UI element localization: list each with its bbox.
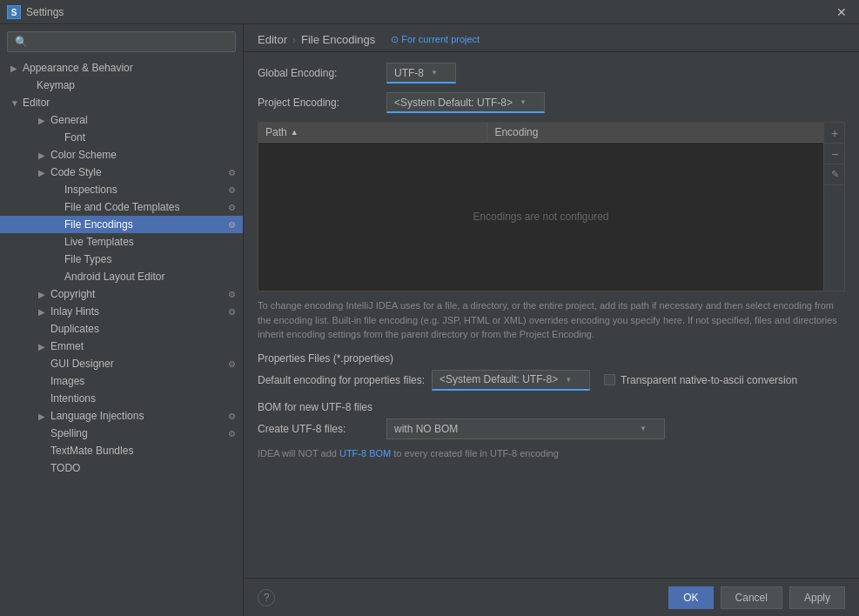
sidebar-item-gui-designer[interactable]: GUI Designer ⚙ <box>0 355 243 372</box>
sidebar-item-copyright[interactable]: Copyright ⚙ <box>0 285 243 303</box>
default-encoding-row: Default encoding for properties files: <… <box>258 370 845 391</box>
project-encoding-dropdown[interactable]: <System Default: UTF-8> ▼ <box>386 92 545 113</box>
path-column-header: Path ▲ <box>258 123 487 142</box>
arrow-icon <box>38 116 49 125</box>
sidebar-item-lang-injections[interactable]: Language Injections ⚙ <box>0 407 243 425</box>
sidebar-item-label: Duplicates <box>50 323 243 335</box>
sidebar-item-android-layout[interactable]: Android Layout Editor <box>0 268 243 285</box>
encodings-table: Path ▲ Encoding Encodings are not config… <box>258 122 824 291</box>
sidebar-item-label: Android Layout Editor <box>64 271 243 283</box>
help-button[interactable]: ? <box>258 589 275 606</box>
tree: Appearance & Behavior Keymap Editor Gene… <box>0 59 243 616</box>
arrow-icon <box>10 64 21 73</box>
sidebar-item-label: Spelling <box>50 427 225 439</box>
arrow-icon <box>38 290 49 299</box>
sidebar-item-label: Color Scheme <box>50 149 243 161</box>
sidebar-item-label: Copyright <box>50 288 225 300</box>
transparent-checkbox-row: Transparent native-to-ascii conversion <box>604 374 797 386</box>
global-encoding-value: UTF-8 <box>394 67 424 79</box>
bom-note-link[interactable]: UTF-8 BOM <box>339 448 391 459</box>
table-header: Path ▲ Encoding <box>258 123 823 143</box>
badge-icon: ⚙ <box>225 201 238 213</box>
sidebar-item-label: Live Templates <box>64 236 243 248</box>
sidebar-item-file-encodings[interactable]: File Encodings ⚙ <box>0 216 243 233</box>
sidebar-item-file-types[interactable]: File Types <box>0 251 243 268</box>
sidebar-item-label: Emmet <box>50 340 243 352</box>
window-title: Settings <box>26 6 831 18</box>
sidebar-item-label: Editor <box>23 97 243 109</box>
search-input[interactable] <box>7 31 236 52</box>
transparent-label: Transparent native-to-ascii conversion <box>621 374 797 386</box>
sidebar-item-inlay-hints[interactable]: Inlay Hints ⚙ <box>0 303 243 320</box>
bottom-bar: ? OK Cancel Apply <box>244 578 859 616</box>
sidebar-item-label: TextMate Bundles <box>50 445 243 457</box>
badge-icon: ⚙ <box>225 218 238 231</box>
sidebar-item-label: Keymap <box>37 79 243 91</box>
badge-icon: ⚙ <box>225 288 238 300</box>
sidebar-item-editor[interactable]: Editor <box>0 94 243 111</box>
sidebar-item-code-style[interactable]: Code Style ⚙ <box>0 164 243 181</box>
sidebar-item-label: Font <box>64 131 243 144</box>
badge-icon: ⚙ <box>225 166 238 178</box>
arrow-icon <box>38 342 49 352</box>
sidebar-item-label: Images <box>50 375 243 387</box>
search-box <box>0 24 243 59</box>
sidebar-item-keymap[interactable]: Keymap <box>0 77 243 94</box>
sidebar-item-appearance[interactable]: Appearance & Behavior <box>0 59 243 77</box>
panel-body: Global Encoding: UTF-8 ▼ Project Encodin… <box>244 52 859 578</box>
sidebar-item-label: File and Code Templates <box>64 201 225 213</box>
sidebar-item-label: TODO <box>50 462 243 474</box>
table-action-buttons: + − ✎ <box>824 122 845 291</box>
dropdown-arrow-icon: ▼ <box>565 376 572 384</box>
main-content: Appearance & Behavior Keymap Editor Gene… <box>0 24 859 616</box>
project-encoding-value: <System Default: UTF-8> <box>394 97 513 109</box>
sidebar-item-general[interactable]: General <box>0 111 243 129</box>
sidebar-item-inspections[interactable]: Inspections ⚙ <box>0 181 243 198</box>
global-encoding-dropdown[interactable]: UTF-8 ▼ <box>386 63 456 84</box>
properties-section-title: Properties Files (*.properties) <box>258 352 845 365</box>
global-encoding-label: Global Encoding: <box>258 67 379 79</box>
sidebar-item-label: File Encodings <box>64 218 225 231</box>
add-encoding-button[interactable]: + <box>824 123 845 144</box>
sidebar-item-images[interactable]: Images <box>0 372 243 390</box>
info-text: To change encoding IntelliJ IDEA uses fo… <box>258 298 845 342</box>
sidebar-item-file-code-templates[interactable]: File and Code Templates ⚙ <box>0 198 243 216</box>
sidebar-item-color-scheme[interactable]: Color Scheme <box>0 146 243 164</box>
sidebar-item-todo[interactable]: TODO <box>0 459 243 477</box>
sidebar-item-label: GUI Designer <box>50 358 225 370</box>
default-encoding-dropdown[interactable]: <System Default: UTF-8> ▼ <box>432 370 590 391</box>
sidebar-item-label: Intentions <box>50 392 243 405</box>
create-utf8-label: Create UTF-8 files: <box>258 423 379 435</box>
bom-note: IDEA will NOT add UTF-8 BOM to every cre… <box>258 448 845 459</box>
cancel-button[interactable]: Cancel <box>721 586 782 609</box>
sidebar-item-label: Inspections <box>64 184 225 196</box>
sidebar-item-label: Language Injections <box>50 410 225 422</box>
sidebar-item-emmet[interactable]: Emmet <box>0 338 243 355</box>
title-bar: S Settings ✕ <box>0 0 859 24</box>
create-utf8-dropdown[interactable]: with NO BOM ▼ <box>386 418 665 439</box>
sidebar-item-label: Inlay Hints <box>50 305 225 318</box>
sidebar-item-live-templates[interactable]: Live Templates <box>0 233 243 251</box>
breadcrumb-separator: › <box>292 34 296 46</box>
global-encoding-row: Global Encoding: UTF-8 ▼ <box>258 63 845 84</box>
edit-encoding-button[interactable]: ✎ <box>824 164 845 185</box>
for-current-project-link[interactable]: ⊙ For current project <box>391 34 480 45</box>
sidebar-item-intentions[interactable]: Intentions <box>0 390 243 407</box>
project-encoding-row: Project Encoding: <System Default: UTF-8… <box>258 92 845 113</box>
remove-encoding-button[interactable]: − <box>824 144 845 164</box>
close-button[interactable]: ✕ <box>831 3 852 21</box>
dropdown-arrow-icon: ▼ <box>520 98 527 106</box>
sidebar-item-spelling[interactable]: Spelling ⚙ <box>0 425 243 442</box>
sidebar-item-textmate[interactable]: TextMate Bundles <box>0 442 243 459</box>
sidebar-item-label: File Types <box>64 253 243 265</box>
default-encoding-label: Default encoding for properties files: <box>258 374 425 386</box>
transparent-checkbox[interactable] <box>604 374 615 385</box>
dropdown-arrow-icon: ▼ <box>431 69 438 77</box>
arrow-icon <box>38 412 49 421</box>
arrow-icon <box>38 307 49 317</box>
sidebar-item-duplicates[interactable]: Duplicates <box>0 320 243 338</box>
sidebar-item-font[interactable]: Font <box>0 129 243 146</box>
apply-button[interactable]: Apply <box>789 586 845 609</box>
ok-button[interactable]: OK <box>668 586 713 609</box>
panel-header: Editor › File Encodings ⊙ For current pr… <box>244 24 859 52</box>
